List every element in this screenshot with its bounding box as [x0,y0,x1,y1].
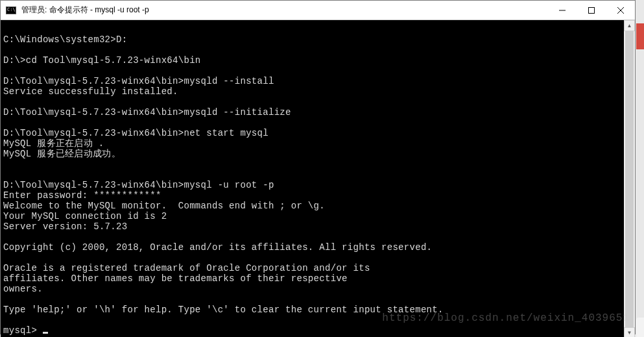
terminal-area: C:\Windows\system32>D: D:\>cd Tool\mysql… [1,20,635,337]
close-button[interactable] [606,1,635,19]
vertical-scrollbar[interactable]: ▲ ▼ [624,20,635,337]
titlebar[interactable]: 管理员: 命令提示符 - mysql -u root -p [1,1,635,20]
side-stub-bottom [636,318,644,337]
terminal-output[interactable]: C:\Windows\system32>D: D:\>cd Tool\mysql… [1,20,624,337]
command-prompt-window: 管理员: 命令提示符 - mysql -u root -p C:\Windows… [0,0,636,334]
cursor [43,332,48,334]
minimize-button[interactable] [547,1,577,19]
side-accent [636,23,644,49]
scroll-down-button[interactable]: ▼ [624,327,635,337]
cmd-icon [6,6,16,14]
scroll-up-button[interactable]: ▲ [624,20,635,31]
svg-rect-1 [588,7,594,13]
scrollbar-thumb[interactable] [625,31,634,327]
minimize-icon [559,7,566,14]
maximize-icon [588,7,595,14]
close-icon [617,7,624,14]
scrollbar-track[interactable] [624,31,635,327]
maximize-button[interactable] [577,1,606,19]
window-title: 管理员: 命令提示符 - mysql -u root -p [21,5,547,16]
window-controls [547,1,635,19]
